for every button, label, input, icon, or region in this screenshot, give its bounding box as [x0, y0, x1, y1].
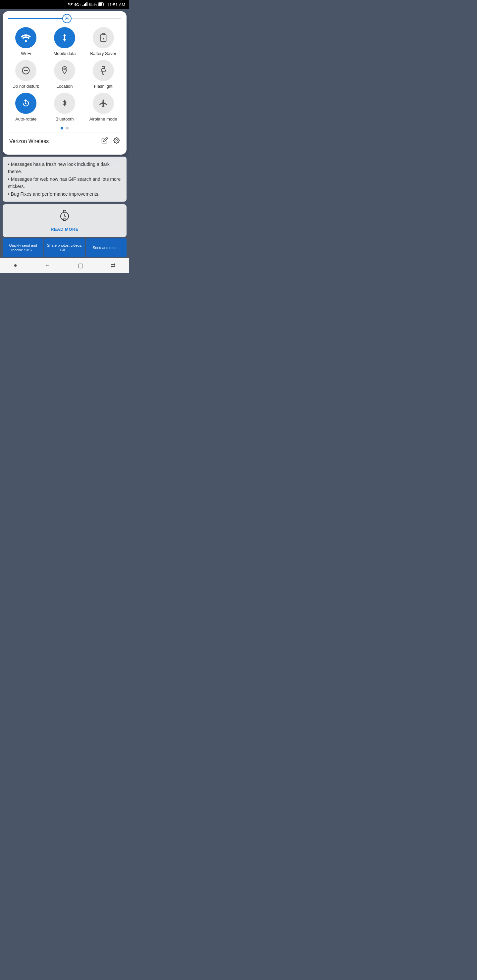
airplane-mode-circle: [93, 93, 114, 114]
bottom-card-3[interactable]: Send and rece...: [86, 239, 126, 257]
wifi-circle: [15, 27, 37, 48]
forward-button[interactable]: ⇄: [111, 262, 116, 269]
bottom-card-2[interactable]: Share photos, videos, GIF...: [44, 239, 85, 257]
pagination-dots: [8, 127, 121, 129]
bottom-card-2-text: Share photos, videos, GIF...: [46, 243, 83, 253]
carrier-row: Verizon Wireless: [8, 132, 121, 147]
settings-icon[interactable]: [113, 137, 120, 145]
time-display: 11:51 AM: [107, 2, 125, 7]
svg-rect-7: [99, 3, 102, 6]
home-button[interactable]: ●: [14, 262, 17, 269]
svg-point-22: [64, 68, 65, 70]
watch-icon: [59, 210, 70, 224]
bullet3: • Bug Fixes and performance improvements…: [8, 190, 121, 198]
bluetooth-circle: [54, 93, 75, 114]
svg-rect-24: [103, 71, 104, 75]
auto-rotate-label: Auto-rotate: [15, 116, 37, 121]
flashlight-label: Flashlight: [94, 84, 113, 89]
bottom-card-1[interactable]: Quickly send and receive SMS...: [3, 239, 43, 257]
mobile-data-circle: [54, 27, 75, 48]
toggle-auto-rotate[interactable]: Auto-rotate: [8, 93, 44, 121]
svg-line-16: [65, 19, 65, 19]
mobile-data-label: Mobile data: [53, 51, 75, 56]
flashlight-circle: [93, 60, 114, 81]
brightness-fill: [8, 18, 67, 19]
svg-point-25: [116, 140, 118, 142]
bullet1: • Messages has a fresh new look includin…: [8, 161, 121, 175]
toggle-mobile-data[interactable]: Mobile data: [47, 27, 83, 56]
nav-bar: ● ← ▢ ⇄: [0, 258, 129, 273]
battery-saver-circle: [93, 27, 114, 48]
svg-rect-6: [104, 3, 104, 5]
read-more-section: READ MORE: [3, 204, 126, 237]
carrier-actions: [101, 137, 120, 145]
brightness-track: [8, 18, 121, 19]
svg-point-8: [66, 17, 68, 19]
toggle-airplane-mode[interactable]: Airplane mode: [85, 93, 121, 121]
recents-button[interactable]: ▢: [78, 262, 83, 269]
toggles-grid: Wi-Fi Mobile data Battery Saver: [8, 27, 121, 121]
bottom-card-1-text: Quickly send and receive SMS...: [5, 243, 41, 253]
do-not-disturb-circle: [15, 60, 37, 81]
wifi-label: Wi-Fi: [21, 51, 31, 56]
wifi-status-icon: [68, 2, 73, 7]
sun-icon: [65, 16, 69, 22]
location-circle: [54, 60, 75, 81]
bottom-cards: Quickly send and receive SMS... Share ph…: [3, 239, 126, 257]
battery-percentage: 65%: [89, 2, 97, 7]
battery-saver-label: Battery Saver: [90, 51, 116, 56]
status-icons: 4G+ 65% 11:51 AM: [68, 2, 125, 7]
status-bar: 4G+ 65% 11:51 AM: [0, 0, 129, 9]
bottom-card-3-text: Send and rece...: [93, 245, 120, 250]
toggle-battery-saver[interactable]: Battery Saver: [85, 27, 121, 56]
signal-icon: [83, 2, 88, 7]
read-more-button[interactable]: READ MORE: [51, 227, 78, 232]
edit-icon[interactable]: [101, 137, 108, 145]
toggle-do-not-disturb[interactable]: Do not disturb: [8, 60, 44, 89]
bluetooth-label: Bluetooth: [56, 116, 74, 121]
carrier-name: Verizon Wireless: [9, 138, 49, 144]
back-button[interactable]: ←: [45, 262, 50, 269]
brightness-row[interactable]: [8, 18, 121, 19]
brightness-thumb[interactable]: [62, 14, 72, 23]
battery-icon: [98, 2, 104, 7]
svg-rect-4: [86, 2, 88, 6]
location-label: Location: [56, 84, 73, 89]
bg-content: • Messages has a fresh new look includin…: [3, 157, 126, 202]
bullet2: • Messages for web now has GIF search an…: [8, 175, 121, 190]
auto-rotate-circle: [15, 93, 37, 114]
cellular-label: 4G+: [74, 3, 81, 6]
svg-line-14: [68, 19, 68, 19]
dot-2[interactable]: [66, 127, 69, 129]
brightness-slider[interactable]: [8, 18, 121, 19]
do-not-disturb-label: Do not disturb: [13, 84, 40, 89]
dot-1[interactable]: [61, 127, 63, 129]
toggle-location[interactable]: Location: [47, 60, 83, 89]
toggle-bluetooth[interactable]: Bluetooth: [47, 93, 83, 121]
airplane-mode-label: Airplane mode: [89, 116, 117, 121]
svg-rect-2: [84, 4, 85, 6]
quick-settings-panel: Wi-Fi Mobile data Battery Saver: [3, 11, 126, 154]
svg-point-0: [70, 5, 70, 6]
svg-rect-1: [83, 5, 83, 6]
svg-rect-3: [85, 3, 86, 6]
toggle-flashlight[interactable]: Flashlight: [85, 60, 121, 89]
svg-rect-27: [63, 210, 66, 212]
svg-rect-19: [102, 33, 104, 35]
svg-point-17: [25, 40, 27, 42]
toggle-wifi[interactable]: Wi-Fi: [8, 27, 44, 56]
